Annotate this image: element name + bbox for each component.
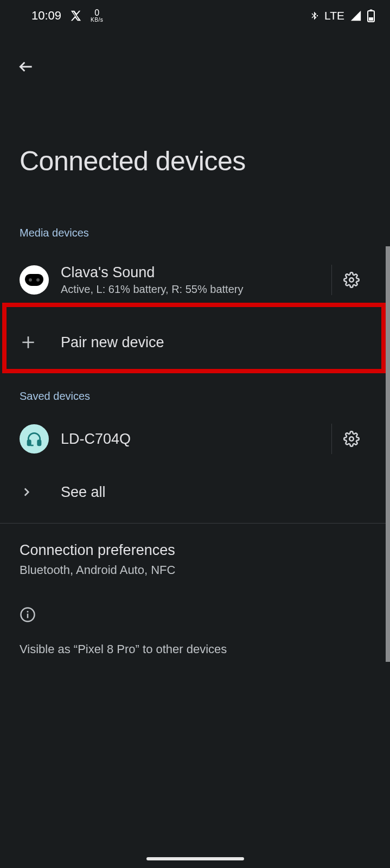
svg-rect-5 xyxy=(28,441,30,445)
saved-device-row[interactable]: LD-C704Q xyxy=(0,412,390,465)
svg-point-4 xyxy=(349,278,354,282)
back-button[interactable] xyxy=(15,56,37,78)
section-saved-label: Saved devices xyxy=(0,390,390,403)
nav-handle[interactable] xyxy=(146,857,244,860)
scrollbar[interactable] xyxy=(386,246,390,662)
headphone-icon xyxy=(20,424,61,454)
connection-preferences-title: Connection preferences xyxy=(20,542,370,559)
saved-device-settings-button[interactable] xyxy=(331,424,370,454)
chevron-right-icon xyxy=(20,485,61,499)
plus-icon xyxy=(20,334,61,351)
earbuds-icon xyxy=(20,265,61,295)
visibility-info-text: Visible as “Pixel 8 Pro” to other device… xyxy=(0,642,390,656)
svg-rect-3 xyxy=(369,17,373,21)
see-all-row[interactable]: See all xyxy=(0,465,390,519)
toolbar xyxy=(0,48,390,86)
info-icon xyxy=(0,607,390,623)
svg-point-10 xyxy=(27,611,29,612)
bluetooth-icon xyxy=(309,10,319,22)
divider xyxy=(0,523,390,524)
media-device-row[interactable]: Clava's Sound Active, L: 61% battery, R:… xyxy=(0,253,390,307)
status-right: LTE xyxy=(309,9,375,22)
x-app-icon xyxy=(70,10,82,22)
media-device-settings-button[interactable] xyxy=(331,265,370,295)
status-bar: 10:09 0 KB/s LTE xyxy=(0,0,390,31)
connection-preferences-sub: Bluetooth, Android Auto, NFC xyxy=(20,563,370,577)
status-time: 10:09 xyxy=(31,9,61,23)
cell-signal-icon xyxy=(350,10,362,22)
saved-device-name: LD-C704Q xyxy=(61,431,325,448)
speed-unit: KB/s xyxy=(91,17,103,23)
status-net-speed: 0 KB/s xyxy=(91,9,103,23)
svg-rect-6 xyxy=(38,441,41,445)
pair-new-device-label: Pair new device xyxy=(61,334,364,351)
svg-point-0 xyxy=(317,15,318,16)
pair-new-device-row[interactable]: Pair new device xyxy=(0,310,390,375)
page-title: Connected devices xyxy=(0,86,390,177)
connection-preferences-row[interactable]: Connection preferences Bluetooth, Androi… xyxy=(0,542,390,577)
network-type: LTE xyxy=(324,9,344,22)
speed-value: 0 xyxy=(94,9,99,17)
section-media-label: Media devices xyxy=(0,227,390,239)
battery-icon xyxy=(367,9,375,22)
svg-rect-2 xyxy=(370,10,373,11)
status-left: 10:09 0 KB/s xyxy=(31,9,103,23)
see-all-label: See all xyxy=(61,484,364,501)
svg-point-7 xyxy=(349,437,354,441)
media-device-name: Clava's Sound xyxy=(61,264,325,281)
media-device-status: Active, L: 61% battery, R: 55% battery xyxy=(61,283,325,296)
